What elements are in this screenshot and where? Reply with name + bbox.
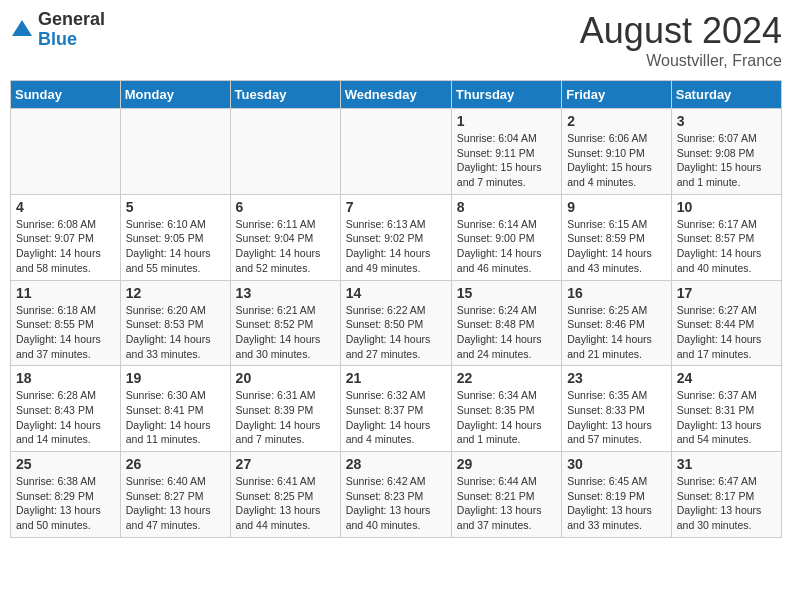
month-year-title: August 2024 bbox=[580, 10, 782, 52]
title-area: August 2024 Woustviller, France bbox=[580, 10, 782, 70]
day-info: Sunrise: 6:32 AM Sunset: 8:37 PM Dayligh… bbox=[346, 388, 446, 447]
day-info: Sunrise: 6:35 AM Sunset: 8:33 PM Dayligh… bbox=[567, 388, 666, 447]
header-day-saturday: Saturday bbox=[671, 81, 781, 109]
calendar-cell: 18Sunrise: 6:28 AM Sunset: 8:43 PM Dayli… bbox=[11, 366, 121, 452]
day-number: 25 bbox=[16, 456, 115, 472]
day-info: Sunrise: 6:27 AM Sunset: 8:44 PM Dayligh… bbox=[677, 303, 776, 362]
day-number: 24 bbox=[677, 370, 776, 386]
week-row-4: 18Sunrise: 6:28 AM Sunset: 8:43 PM Dayli… bbox=[11, 366, 782, 452]
day-number: 31 bbox=[677, 456, 776, 472]
day-info: Sunrise: 6:15 AM Sunset: 8:59 PM Dayligh… bbox=[567, 217, 666, 276]
calendar-cell: 30Sunrise: 6:45 AM Sunset: 8:19 PM Dayli… bbox=[562, 452, 672, 538]
calendar-cell bbox=[230, 109, 340, 195]
calendar-cell: 24Sunrise: 6:37 AM Sunset: 8:31 PM Dayli… bbox=[671, 366, 781, 452]
day-info: Sunrise: 6:41 AM Sunset: 8:25 PM Dayligh… bbox=[236, 474, 335, 533]
day-number: 21 bbox=[346, 370, 446, 386]
day-info: Sunrise: 6:17 AM Sunset: 8:57 PM Dayligh… bbox=[677, 217, 776, 276]
calendar-cell: 22Sunrise: 6:34 AM Sunset: 8:35 PM Dayli… bbox=[451, 366, 561, 452]
logo-icon bbox=[10, 18, 34, 42]
day-number: 9 bbox=[567, 199, 666, 215]
day-info: Sunrise: 6:13 AM Sunset: 9:02 PM Dayligh… bbox=[346, 217, 446, 276]
day-number: 20 bbox=[236, 370, 335, 386]
week-row-2: 4Sunrise: 6:08 AM Sunset: 9:07 PM Daylig… bbox=[11, 194, 782, 280]
location-subtitle: Woustviller, France bbox=[580, 52, 782, 70]
calendar-cell: 31Sunrise: 6:47 AM Sunset: 8:17 PM Dayli… bbox=[671, 452, 781, 538]
calendar-cell: 8Sunrise: 6:14 AM Sunset: 9:00 PM Daylig… bbox=[451, 194, 561, 280]
header-day-monday: Monday bbox=[120, 81, 230, 109]
calendar-cell: 4Sunrise: 6:08 AM Sunset: 9:07 PM Daylig… bbox=[11, 194, 121, 280]
calendar-body: 1Sunrise: 6:04 AM Sunset: 9:11 PM Daylig… bbox=[11, 109, 782, 538]
day-number: 27 bbox=[236, 456, 335, 472]
day-info: Sunrise: 6:44 AM Sunset: 8:21 PM Dayligh… bbox=[457, 474, 556, 533]
calendar-cell: 17Sunrise: 6:27 AM Sunset: 8:44 PM Dayli… bbox=[671, 280, 781, 366]
calendar-cell: 29Sunrise: 6:44 AM Sunset: 8:21 PM Dayli… bbox=[451, 452, 561, 538]
day-number: 8 bbox=[457, 199, 556, 215]
calendar-header: SundayMondayTuesdayWednesdayThursdayFrid… bbox=[11, 81, 782, 109]
day-info: Sunrise: 6:04 AM Sunset: 9:11 PM Dayligh… bbox=[457, 131, 556, 190]
calendar-cell: 23Sunrise: 6:35 AM Sunset: 8:33 PM Dayli… bbox=[562, 366, 672, 452]
day-number: 4 bbox=[16, 199, 115, 215]
calendar-cell: 14Sunrise: 6:22 AM Sunset: 8:50 PM Dayli… bbox=[340, 280, 451, 366]
calendar-cell: 6Sunrise: 6:11 AM Sunset: 9:04 PM Daylig… bbox=[230, 194, 340, 280]
day-info: Sunrise: 6:21 AM Sunset: 8:52 PM Dayligh… bbox=[236, 303, 335, 362]
day-number: 1 bbox=[457, 113, 556, 129]
day-info: Sunrise: 6:11 AM Sunset: 9:04 PM Dayligh… bbox=[236, 217, 335, 276]
day-info: Sunrise: 6:42 AM Sunset: 8:23 PM Dayligh… bbox=[346, 474, 446, 533]
svg-marker-0 bbox=[12, 20, 32, 36]
day-number: 15 bbox=[457, 285, 556, 301]
header-day-tuesday: Tuesday bbox=[230, 81, 340, 109]
week-row-1: 1Sunrise: 6:04 AM Sunset: 9:11 PM Daylig… bbox=[11, 109, 782, 195]
calendar-cell: 27Sunrise: 6:41 AM Sunset: 8:25 PM Dayli… bbox=[230, 452, 340, 538]
calendar-cell bbox=[11, 109, 121, 195]
day-number: 17 bbox=[677, 285, 776, 301]
calendar-cell: 5Sunrise: 6:10 AM Sunset: 9:05 PM Daylig… bbox=[120, 194, 230, 280]
day-info: Sunrise: 6:24 AM Sunset: 8:48 PM Dayligh… bbox=[457, 303, 556, 362]
day-number: 3 bbox=[677, 113, 776, 129]
week-row-5: 25Sunrise: 6:38 AM Sunset: 8:29 PM Dayli… bbox=[11, 452, 782, 538]
day-number: 11 bbox=[16, 285, 115, 301]
calendar-cell: 3Sunrise: 6:07 AM Sunset: 9:08 PM Daylig… bbox=[671, 109, 781, 195]
day-info: Sunrise: 6:40 AM Sunset: 8:27 PM Dayligh… bbox=[126, 474, 225, 533]
day-info: Sunrise: 6:38 AM Sunset: 8:29 PM Dayligh… bbox=[16, 474, 115, 533]
day-number: 2 bbox=[567, 113, 666, 129]
day-number: 23 bbox=[567, 370, 666, 386]
day-number: 19 bbox=[126, 370, 225, 386]
calendar-cell: 19Sunrise: 6:30 AM Sunset: 8:41 PM Dayli… bbox=[120, 366, 230, 452]
calendar-cell: 2Sunrise: 6:06 AM Sunset: 9:10 PM Daylig… bbox=[562, 109, 672, 195]
day-number: 22 bbox=[457, 370, 556, 386]
day-info: Sunrise: 6:22 AM Sunset: 8:50 PM Dayligh… bbox=[346, 303, 446, 362]
calendar-cell bbox=[340, 109, 451, 195]
day-number: 16 bbox=[567, 285, 666, 301]
day-info: Sunrise: 6:28 AM Sunset: 8:43 PM Dayligh… bbox=[16, 388, 115, 447]
day-number: 7 bbox=[346, 199, 446, 215]
day-info: Sunrise: 6:25 AM Sunset: 8:46 PM Dayligh… bbox=[567, 303, 666, 362]
day-number: 13 bbox=[236, 285, 335, 301]
calendar-cell: 7Sunrise: 6:13 AM Sunset: 9:02 PM Daylig… bbox=[340, 194, 451, 280]
logo-blue-text: Blue bbox=[38, 30, 105, 50]
day-info: Sunrise: 6:45 AM Sunset: 8:19 PM Dayligh… bbox=[567, 474, 666, 533]
calendar-cell: 16Sunrise: 6:25 AM Sunset: 8:46 PM Dayli… bbox=[562, 280, 672, 366]
calendar-cell: 11Sunrise: 6:18 AM Sunset: 8:55 PM Dayli… bbox=[11, 280, 121, 366]
header-day-wednesday: Wednesday bbox=[340, 81, 451, 109]
day-info: Sunrise: 6:20 AM Sunset: 8:53 PM Dayligh… bbox=[126, 303, 225, 362]
day-info: Sunrise: 6:14 AM Sunset: 9:00 PM Dayligh… bbox=[457, 217, 556, 276]
day-number: 14 bbox=[346, 285, 446, 301]
day-number: 28 bbox=[346, 456, 446, 472]
day-info: Sunrise: 6:07 AM Sunset: 9:08 PM Dayligh… bbox=[677, 131, 776, 190]
calendar-cell: 13Sunrise: 6:21 AM Sunset: 8:52 PM Dayli… bbox=[230, 280, 340, 366]
logo-general-text: General bbox=[38, 10, 105, 30]
page-header: General Blue August 2024 Woustviller, Fr… bbox=[10, 10, 782, 70]
day-info: Sunrise: 6:08 AM Sunset: 9:07 PM Dayligh… bbox=[16, 217, 115, 276]
calendar-cell: 12Sunrise: 6:20 AM Sunset: 8:53 PM Dayli… bbox=[120, 280, 230, 366]
day-number: 10 bbox=[677, 199, 776, 215]
calendar-cell: 21Sunrise: 6:32 AM Sunset: 8:37 PM Dayli… bbox=[340, 366, 451, 452]
week-row-3: 11Sunrise: 6:18 AM Sunset: 8:55 PM Dayli… bbox=[11, 280, 782, 366]
calendar-cell: 28Sunrise: 6:42 AM Sunset: 8:23 PM Dayli… bbox=[340, 452, 451, 538]
day-number: 29 bbox=[457, 456, 556, 472]
calendar-cell: 10Sunrise: 6:17 AM Sunset: 8:57 PM Dayli… bbox=[671, 194, 781, 280]
calendar-cell: 20Sunrise: 6:31 AM Sunset: 8:39 PM Dayli… bbox=[230, 366, 340, 452]
calendar-table: SundayMondayTuesdayWednesdayThursdayFrid… bbox=[10, 80, 782, 538]
calendar-cell: 15Sunrise: 6:24 AM Sunset: 8:48 PM Dayli… bbox=[451, 280, 561, 366]
day-info: Sunrise: 6:47 AM Sunset: 8:17 PM Dayligh… bbox=[677, 474, 776, 533]
day-info: Sunrise: 6:37 AM Sunset: 8:31 PM Dayligh… bbox=[677, 388, 776, 447]
